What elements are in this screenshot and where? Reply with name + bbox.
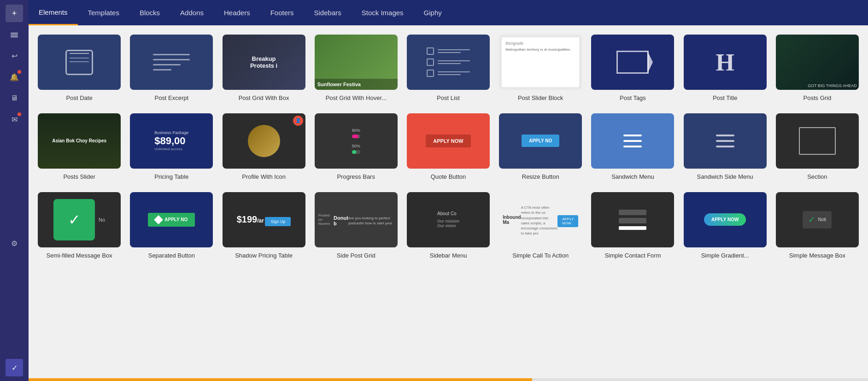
nav-giphy[interactable]: Giphy xyxy=(414,0,452,25)
list-item[interactable]: Asian Bok Choy Recipes Posts Slider xyxy=(33,109,125,188)
semi-no: No xyxy=(99,217,105,223)
separated-thumb: APPLY NO xyxy=(130,192,213,247)
semi-green: ✓ xyxy=(53,199,95,240)
nav-sidebars[interactable]: Sidebars xyxy=(304,0,352,25)
sandwich-side-lines xyxy=(716,135,734,147)
list-item[interactable]: Simple Contact Form xyxy=(586,188,679,266)
list-row xyxy=(427,47,470,55)
nav-stock-images[interactable]: Stock Images xyxy=(352,0,414,25)
nav-elements[interactable]: Elements xyxy=(29,0,78,25)
list-item[interactable]: Sunflower Festiva Post Grid With Hover..… xyxy=(310,30,402,109)
list-item[interactable]: Sandwich Side Menu xyxy=(679,109,771,188)
nav-templates[interactable]: Templates xyxy=(78,0,129,25)
post-grid-hover-label: Post Grid With Hover... xyxy=(326,94,387,102)
list-box xyxy=(427,47,434,55)
resize-thumb: APPLY NO xyxy=(499,113,582,169)
list-item[interactable]: Sandwich Menu xyxy=(586,109,679,188)
our-mission: Our mission xyxy=(437,219,459,223)
list-item[interactable]: Posted on Novem Donut b Are you looking … xyxy=(310,188,402,266)
bok-choy-bg: Asian Bok Choy Recipes xyxy=(38,113,121,169)
list-item[interactable]: H Post Title xyxy=(679,30,771,109)
list-item[interactable]: Section xyxy=(771,109,863,188)
post-grid-box-label: Post Grid With Box xyxy=(239,94,289,102)
list-item[interactable]: APPLY NO Resize Button xyxy=(494,109,586,188)
list-item[interactable]: APPLY NOW Simple Gradient... xyxy=(679,188,771,266)
line xyxy=(153,64,181,65)
list-item[interactable]: Inbound Ma A CTA most often refers to th… xyxy=(494,188,586,266)
msg-check: ✓ xyxy=(808,215,815,225)
cta-btn: APPLY NOW xyxy=(557,215,578,227)
svg-rect-2 xyxy=(11,36,18,37)
nav-blocks[interactable]: Blocks xyxy=(129,0,170,25)
msg-text: Noti xyxy=(818,217,826,222)
line xyxy=(438,52,461,53)
sp-btn: Sign Up xyxy=(265,217,291,226)
post-list-label: Post List xyxy=(437,94,460,102)
list-item[interactable]: Beograde Metropolitan territory is di mu… xyxy=(494,30,586,109)
elements-grid: Post Date Post Excerpt BreakupProtests i xyxy=(29,25,868,271)
list-item[interactable]: $199/ar Sign Up Shadow Pricing Table xyxy=(217,188,310,266)
line xyxy=(153,54,190,55)
line xyxy=(438,60,470,61)
list-item[interactable]: BreakupProtests i Post Grid With Box xyxy=(217,30,310,109)
sp-body: Are you looking to perfect podcastin how… xyxy=(348,216,394,226)
list-row xyxy=(427,70,470,77)
envelope-icon[interactable]: ✉ xyxy=(6,111,23,128)
quote-label: Quote Button xyxy=(431,173,466,181)
post-title-thumb: H xyxy=(684,35,767,90)
section-label: Section xyxy=(807,173,827,181)
progress-bars-label: Progress Bars xyxy=(337,173,375,181)
side-post-thumb: Posted on Novem Donut b Are you looking … xyxy=(315,192,398,247)
list-item[interactable]: APPLY NO Separated Button xyxy=(125,188,217,266)
list-box xyxy=(427,70,434,77)
list-item[interactable]: APPLY NOW Quote Button xyxy=(402,109,494,188)
layers-icon[interactable] xyxy=(6,26,23,43)
list-item[interactable]: Post Date xyxy=(33,30,125,109)
sidebar-menu-label: Sidebar Menu xyxy=(430,252,467,260)
list-item[interactable]: Business Package $89,00 Unlimited access… xyxy=(125,109,217,188)
list-item[interactable]: 80% 50% Progress Bars xyxy=(310,109,402,188)
list-item[interactable]: ✓ No Semi-filled Message Box xyxy=(33,188,125,266)
pricing-price: $89,00 xyxy=(154,135,188,147)
list-item[interactable]: 👤 Profile With Icon xyxy=(217,109,310,188)
msg-box: ✓ Noti xyxy=(803,211,832,229)
posts-slider-label: Posts Slider xyxy=(63,173,95,181)
prog-track xyxy=(352,135,360,138)
section-thumb xyxy=(776,113,859,169)
line xyxy=(153,69,171,70)
line xyxy=(438,63,461,64)
nav-footers[interactable]: Footers xyxy=(260,0,304,25)
nav-addons[interactable]: Addons xyxy=(170,0,214,25)
monitor-icon[interactable]: 🖥 xyxy=(6,89,23,107)
slider-text: Metropolitan territory is di municipalit… xyxy=(505,47,575,52)
simple-msg-label: Simple Message Box xyxy=(789,252,845,260)
sp-heading: Donut b xyxy=(334,215,348,226)
bell-icon[interactable]: 🔔 xyxy=(6,68,23,86)
tag-icon xyxy=(616,51,649,74)
pg-text: GOT BIG THINGS AHEAD xyxy=(808,83,857,88)
list-item[interactable]: GOT BIG THINGS AHEAD Posts Grid xyxy=(771,30,863,109)
slider-content: Beograde Metropolitan territory is di mu… xyxy=(502,37,579,87)
post-slider-block-thumb: Beograde Metropolitan territory is di mu… xyxy=(499,35,582,90)
list-item[interactable]: Post List xyxy=(402,30,494,109)
list-item[interactable]: Post Tags xyxy=(586,30,679,109)
settings-icon[interactable]: ⚙ xyxy=(6,235,23,252)
nav-headers[interactable]: Headers xyxy=(214,0,260,25)
check-icon[interactable]: ✓ xyxy=(6,359,23,376)
svg-rect-1 xyxy=(11,35,18,35)
bottom-progress xyxy=(29,378,532,381)
undo-icon[interactable]: ↩ xyxy=(6,47,23,64)
post-title-label: Post Title xyxy=(713,94,737,102)
list-item[interactable]: About Co Our mission Our vision Sidebar … xyxy=(402,188,494,266)
post-tags-label: Post Tags xyxy=(620,94,646,102)
about-con: About Co xyxy=(437,211,459,216)
grad-btn: APPLY NOW xyxy=(704,213,746,226)
prog-label-50: 50% xyxy=(352,144,360,148)
list-item[interactable]: ✓ Noti Simple Message Box xyxy=(771,188,863,266)
post-tags-thumb xyxy=(591,35,674,90)
list-item[interactable]: Post Excerpt xyxy=(125,30,217,109)
sep-btn: APPLY NO xyxy=(148,213,195,227)
sandwich-label: Sandwich Menu xyxy=(611,173,654,181)
plus-icon[interactable]: + xyxy=(6,5,23,22)
prog-fill-50 xyxy=(352,150,356,154)
